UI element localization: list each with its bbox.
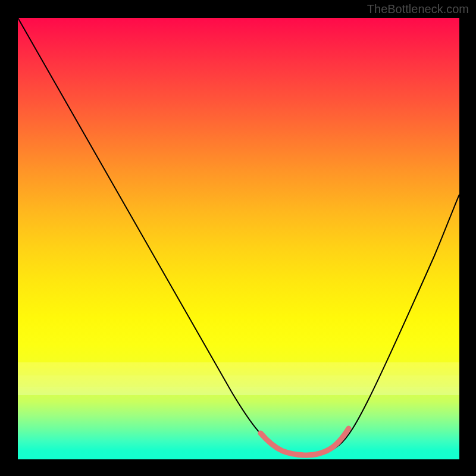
optimal-range-highlight — [261, 428, 349, 455]
bottleneck-curve-line — [18, 18, 459, 456]
chart-plot-area — [18, 18, 459, 459]
watermark-text: TheBottleneck.com — [367, 2, 469, 16]
chart-svg — [18, 18, 459, 459]
